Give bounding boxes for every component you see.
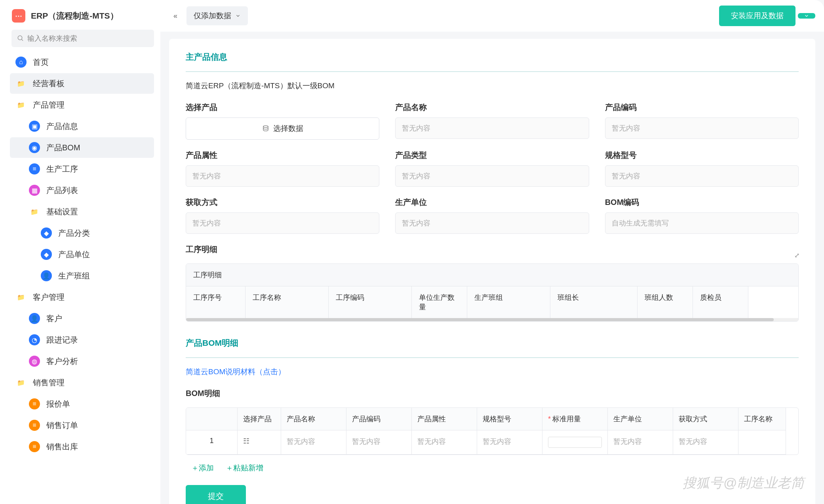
bom-icon: ◉ (29, 142, 40, 153)
doc-icon: ≡ (29, 441, 40, 452)
bom-cell: 暂无内容 (608, 430, 673, 455)
input-product-code[interactable]: 暂无内容 (605, 117, 799, 139)
label-unit: 生产单位 (395, 197, 589, 208)
database-icon (262, 125, 269, 132)
h-scrollbar[interactable] (186, 318, 798, 321)
nav-product-cat[interactable]: ◆产品分类 (10, 223, 154, 243)
input-bom-code[interactable]: 自动生成无需填写 (605, 212, 799, 234)
svg-point-2 (263, 126, 268, 128)
nav-prod-team[interactable]: 👤生产班组 (10, 265, 154, 286)
bom-cell: 暂无内容 (346, 430, 412, 455)
label-select-product: 选择产品 (186, 102, 379, 113)
nav-home[interactable]: ⌂首页 (10, 52, 154, 72)
nav-product-unit[interactable]: ◆产品单位 (10, 244, 154, 265)
nav-sales-out[interactable]: ≡销售出库 (10, 436, 154, 457)
nav-product-info[interactable]: ▣产品信息 (10, 116, 154, 136)
nav-product-mgmt[interactable]: 📁产品管理 (10, 95, 154, 115)
main: « 仅添加数据 安装应用及数据 主产品信息 简道云ERP（流程制造-MTS）默认… (160, 0, 824, 504)
bom-body-row: 1☷暂无内容暂无内容暂无内容暂无内容暂无内容暂无内容 (186, 430, 798, 455)
process-col: 工序名称 (245, 286, 329, 318)
label-product-code: 产品编码 (605, 102, 799, 113)
process-col: 单位生产数量 (412, 286, 467, 318)
folder-icon: 📁 (15, 78, 27, 89)
input-acquire[interactable]: 暂无内容 (186, 212, 379, 234)
add-row-button[interactable]: ＋ 添加 (191, 463, 214, 473)
user-icon: 👤 (29, 313, 40, 324)
grid-icon: ▦ (29, 185, 40, 196)
nav-quote[interactable]: ≡报价单 (10, 394, 154, 414)
bom-col-header: 规格型号 (477, 408, 542, 430)
bom-cell: 1 (186, 430, 238, 455)
folder-icon: 📁 (15, 292, 27, 303)
select-product-button[interactable]: 选择数据 (186, 117, 379, 140)
process-col: 工序编码 (329, 286, 412, 318)
input-spec[interactable]: 暂无内容 (605, 165, 799, 187)
nav-product-list[interactable]: ▦产品列表 (10, 180, 154, 201)
bom-cell: 暂无内容 (673, 430, 738, 455)
nav: ⌂首页 📁经营看板 📁产品管理 ▣产品信息 ◉产品BOM ≡生产工序 ▦产品列表… (10, 52, 156, 504)
install-button[interactable]: 安装应用及数据 (719, 6, 795, 26)
doc-icon: ▣ (29, 121, 40, 132)
label-product-attr: 产品属性 (186, 150, 379, 161)
clock-icon: ◔ (29, 334, 40, 345)
section-main-product-title: 主产品信息 (186, 51, 799, 63)
process-col: 生产班组 (467, 286, 550, 318)
nav-dashboard[interactable]: 📁经营看板 (10, 73, 154, 94)
nav-process[interactable]: ≡生产工序 (10, 159, 154, 179)
tag-icon: ◆ (41, 227, 52, 239)
collapse-sidebar-button[interactable]: « (169, 9, 182, 22)
sidebar: ⋯ ERP（流程制造-MTS） 输入名称来搜索 ⌂首页 📁经营看板 📁产品管理 … (0, 0, 160, 504)
app-title: ERP（流程制造-MTS） (31, 10, 118, 21)
process-col: 质检员 (693, 286, 748, 318)
nav-followup[interactable]: ◔跟进记录 (10, 330, 154, 350)
topbar: « 仅添加数据 安装应用及数据 (160, 0, 824, 32)
search-input[interactable]: 输入名称来搜索 (11, 30, 154, 47)
folder-icon: 📁 (29, 206, 40, 217)
nav-customer-mgmt[interactable]: 📁客户管理 (10, 287, 154, 307)
input-product-attr[interactable]: 暂无内容 (186, 165, 379, 187)
divider (186, 71, 799, 72)
folder-icon: 📁 (15, 377, 27, 388)
nav-customer[interactable]: 👤客户 (10, 308, 154, 329)
nav-product-bom[interactable]: ◉产品BOM (10, 137, 154, 158)
submit-button[interactable]: 提交 (186, 485, 246, 504)
input-unit[interactable]: 暂无内容 (395, 212, 589, 234)
paste-add-button[interactable]: ＋ 粘贴新增 (226, 463, 263, 473)
nav-sales-order[interactable]: ≡销售订单 (10, 415, 154, 436)
bom-col-header: 产品属性 (412, 408, 477, 430)
bom-header-row: 选择产品产品名称产品编码产品属性规格型号*标准用量生产单位获取方式工序名称 (186, 408, 798, 430)
bom-cell: 暂无内容 (281, 430, 346, 455)
input-product-type[interactable]: 暂无内容 (395, 165, 589, 187)
nav-customer-analysis[interactable]: ◍客户分析 (10, 351, 154, 371)
process-columns: 工序序号工序名称工序编码单位生产数量生产班组班组长班组人数质检员 (186, 286, 798, 318)
input-product-name[interactable]: 暂无内容 (395, 117, 589, 139)
label-bom-code: BOM编码 (605, 197, 799, 208)
bom-col-header: 产品名称 (281, 408, 346, 430)
mode-dropdown[interactable]: 仅添加数据 (186, 6, 248, 25)
doc-icon: ≡ (29, 420, 40, 431)
nav-base-setting[interactable]: 📁基础设置 (10, 201, 154, 222)
bom-link[interactable]: 简道云BOM说明材料（点击） (186, 367, 799, 377)
bom-col-header (186, 408, 238, 430)
process-detail-title: 工序明细 (186, 244, 799, 255)
app-title-row: ⋯ ERP（流程制造-MTS） (10, 6, 156, 30)
label-product-name: 产品名称 (395, 102, 589, 113)
process-col: 工序序号 (186, 286, 245, 318)
nav-sales-mgmt[interactable]: 📁销售管理 (10, 372, 154, 393)
install-caret-button[interactable] (798, 13, 815, 19)
bom-col-header: 生产单位 (608, 408, 673, 430)
svg-point-0 (18, 36, 22, 40)
bom-col-header: 工序名称 (738, 408, 786, 430)
select-data-icon[interactable]: ☷ (238, 430, 281, 455)
bom-col-header: 产品编码 (346, 408, 412, 430)
section-bom-title: 产品BOM明细 (186, 337, 799, 349)
bom-col-header: 选择产品 (238, 408, 281, 430)
user-icon: 👤 (41, 270, 52, 281)
divider (186, 357, 799, 358)
home-icon: ⌂ (15, 57, 27, 68)
process-table: 工序明细 工序序号工序名称工序编码单位生产数量生产班组班组长班组人数质检员 (186, 263, 799, 322)
doc-icon: ≡ (29, 398, 40, 409)
bom-cell[interactable] (542, 430, 608, 455)
chart-icon: ◍ (29, 356, 40, 367)
expand-icon[interactable]: ⤢ (794, 252, 799, 259)
